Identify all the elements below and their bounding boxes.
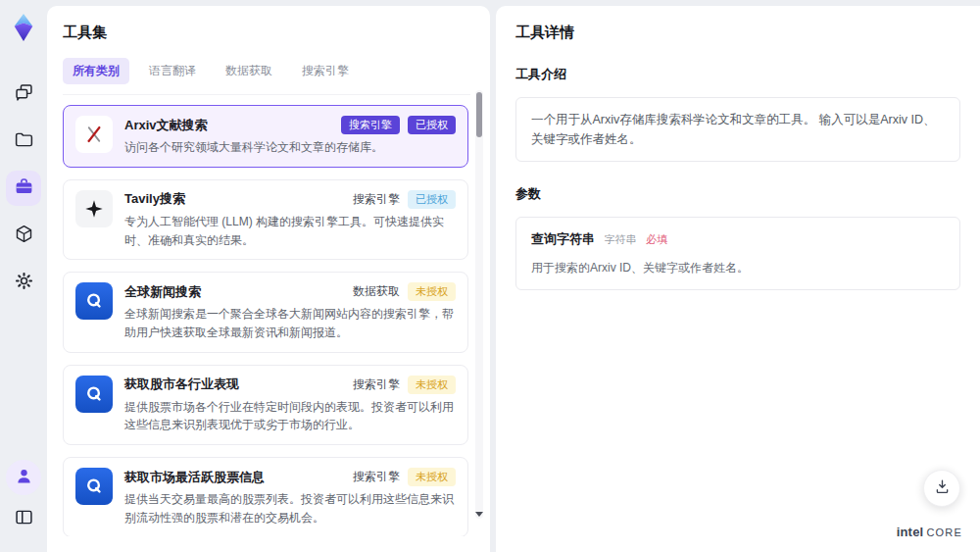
param-box: 查询字符串 字符串 必填 用于搜索的Arxiv ID、关键字或作者姓名。 xyxy=(515,217,960,290)
tool-description: 访问各个研究领域大量科学论文和文章的存储库。 xyxy=(124,138,456,157)
tool-description: 全球新闻搜索是一个聚合全球各大新闻网站内容的搜索引擎，帮助用户快速获取全球最新资… xyxy=(124,305,456,341)
params-heading: 参数 xyxy=(515,185,960,203)
chat-icon xyxy=(14,82,34,106)
scrollbar-down-arrow[interactable] xyxy=(475,512,483,517)
page-title: 工具集 xyxy=(63,24,470,42)
quark-icon xyxy=(75,376,113,413)
intel-core-logo: intelcore xyxy=(897,523,962,540)
user-icon xyxy=(14,466,34,489)
scrollbar-thumb[interactable] xyxy=(476,92,482,137)
tool-name: 获取股市各行业表现 xyxy=(124,376,345,393)
tool-card[interactable]: 获取股市各行业表现搜索引擎未授权提供股票市场各个行业在特定时间段内的表现。投资者… xyxy=(63,365,468,445)
tab-语言翻译[interactable]: 语言翻译 xyxy=(139,58,206,84)
auth-status-badge: 未授权 xyxy=(408,282,456,301)
auth-status-badge: 已授权 xyxy=(408,116,456,134)
quark-icon xyxy=(75,282,113,320)
tool-card[interactable]: 全球新闻搜索数据获取未授权全球新闻搜索是一个聚合全球各大新闻网站内容的搜索引擎，… xyxy=(63,272,468,352)
toolbox-icon xyxy=(14,176,34,200)
sidebar-item-settings[interactable] xyxy=(6,265,41,300)
tool-description: 专为人工智能代理 (LLM) 构建的搜索引擎工具。可快速提供实时、准确和真实的结… xyxy=(124,213,456,249)
quark-icon xyxy=(75,468,113,505)
tab-数据获取[interactable]: 数据获取 xyxy=(216,58,282,84)
sidebar-item-cube[interactable] xyxy=(6,218,41,253)
tool-name: Tavily搜索 xyxy=(124,190,345,208)
tools-panel: 工具集 所有类别语言翻译数据获取搜索引擎 Arxiv文献搜索搜索引擎已授权访问各… xyxy=(47,6,490,552)
param-description: 用于搜索的Arxiv ID、关键字或作者姓名。 xyxy=(531,259,945,277)
tool-category: 搜索引擎 xyxy=(353,191,400,208)
tool-name: 获取市场最活跃股票信息 xyxy=(124,469,345,486)
scrollbar[interactable] xyxy=(475,90,483,519)
panel-toggle-icon xyxy=(14,507,34,530)
cube-icon xyxy=(14,224,34,247)
tool-category: 搜索引擎 xyxy=(353,469,400,485)
tool-card[interactable]: Arxiv文献搜索搜索引擎已授权访问各个研究领域大量科学论文和文章的存储库。 xyxy=(63,105,468,168)
sidebar-item-user[interactable] xyxy=(6,460,41,495)
tab-搜索引擎[interactable]: 搜索引擎 xyxy=(292,58,359,84)
tool-name: 全球新闻搜索 xyxy=(124,283,345,301)
param-header: 查询字符串 字符串 必填 xyxy=(531,229,945,250)
auth-status-badge: 已授权 xyxy=(408,190,456,209)
sidebar-item-panel-toggle[interactable] xyxy=(6,501,41,536)
tool-description: 提供当天交易量最高的股票列表。投资者可以利用这些信息来识别流动性强的股票和潜在的… xyxy=(124,490,456,527)
settings-icon xyxy=(14,271,34,294)
param-required-badge: 必填 xyxy=(646,233,667,245)
app-window: 工具集 所有类别语言翻译数据获取搜索引擎 Arxiv文献搜索搜索引擎已授权访问各… xyxy=(0,0,980,552)
folder-icon xyxy=(14,129,34,153)
tool-category-badge: 搜索引擎 xyxy=(341,116,400,134)
param-name: 查询字符串 xyxy=(531,231,595,246)
detail-title: 工具详情 xyxy=(515,24,960,42)
auth-status-badge: 未授权 xyxy=(408,468,456,486)
intro-text-box: 一个用于从Arxiv存储库搜索科学论文和文章的工具。 输入可以是Arxiv ID… xyxy=(515,97,960,162)
sidebar xyxy=(0,0,47,552)
tab-所有类别[interactable]: 所有类别 xyxy=(63,58,129,84)
app-logo-icon xyxy=(8,12,39,43)
tool-description: 提供股票市场各个行业在特定时间段内的表现。投资者可以利用这些信息来识别表现优于或… xyxy=(124,398,456,434)
download-icon xyxy=(933,477,952,499)
tool-category: 数据获取 xyxy=(353,283,400,300)
auth-status-badge: 未授权 xyxy=(408,376,456,394)
tavily-icon xyxy=(75,190,113,227)
tool-name: Arxiv文献搜索 xyxy=(124,117,333,134)
tool-list: Arxiv文献搜索搜索引擎已授权访问各个研究领域大量科学论文和文章的存储库。Ta… xyxy=(63,105,470,536)
tool-card[interactable]: Tavily搜索搜索引擎已授权专为人工智能代理 (LLM) 构建的搜索引擎工具。… xyxy=(63,179,468,260)
sidebar-item-chat[interactable] xyxy=(6,76,41,112)
sidebar-item-folder[interactable] xyxy=(6,124,41,159)
detail-panel: 工具详情 工具介绍 一个用于从Arxiv存储库搜索科学论文和文章的工具。 输入可… xyxy=(496,6,980,552)
arxiv-icon xyxy=(75,116,113,153)
sidebar-item-toolbox[interactable] xyxy=(6,171,41,206)
intro-heading: 工具介绍 xyxy=(515,66,960,83)
category-tabs: 所有类别语言翻译数据获取搜索引擎 xyxy=(63,58,470,95)
download-button[interactable] xyxy=(923,470,960,507)
param-type: 字符串 xyxy=(604,233,636,245)
tool-category: 搜索引擎 xyxy=(353,376,400,393)
tool-card[interactable]: 获取市场最活跃股票信息搜索引擎未授权提供当天交易量最高的股票列表。投资者可以利用… xyxy=(63,457,468,536)
